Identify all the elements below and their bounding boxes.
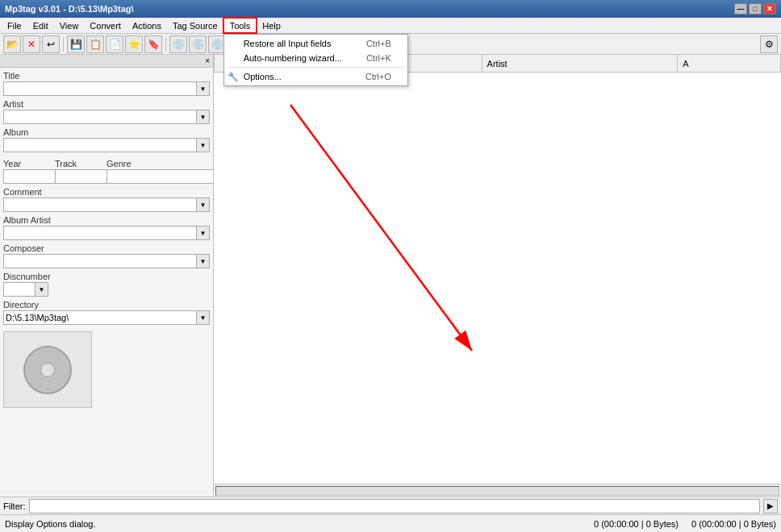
menubar: File Edit View Convert Actions Tag Sourc… (0, 18, 781, 34)
composer-input[interactable] (3, 254, 197, 268)
album-field-row: ▼ (3, 138, 210, 152)
track-group: Track ▼ (55, 156, 103, 184)
tb-btn5[interactable]: ⭐ (125, 35, 143, 53)
col-artist-label: Artist (487, 59, 507, 69)
tb-btn6[interactable]: 🔖 (144, 35, 162, 53)
tb-save[interactable]: ✕ (23, 35, 40, 53)
menu-tools[interactable]: Tools Restore all Input fields Ctrl+B Au… (223, 18, 257, 33)
albumartist-label: Album Artist (3, 215, 210, 225)
discnumber-field-row: ▼ (3, 282, 210, 297)
right-panel: Tag Title Artist A (214, 55, 781, 497)
genre-label: Genre (106, 159, 214, 168)
filterbar: Filter: ▶ (0, 497, 781, 514)
autonumber-shortcut: Ctrl+K (366, 53, 391, 63)
tb-btn7[interactable]: 💿 (169, 35, 187, 53)
panel-close-icon[interactable]: × (205, 56, 210, 65)
options-label: Options... (244, 72, 282, 81)
menu-actions[interactable]: Actions (127, 18, 167, 33)
comment-input[interactable] (3, 197, 197, 212)
tb-settings[interactable]: ⚙ (760, 35, 778, 53)
year-label: Year (3, 159, 52, 168)
artist-input[interactable] (3, 110, 197, 124)
directory-dropdown[interactable]: ▼ (197, 310, 210, 325)
albumartist-dropdown[interactable]: ▼ (197, 226, 210, 240)
album-input[interactable] (3, 138, 197, 152)
title-field-row: ▼ (3, 81, 210, 96)
titlebar-title: Mp3tag v3.01 - D:\5.13\Mp3tag\ (5, 4, 134, 14)
menu-tagsource[interactable]: Tag Source (167, 18, 223, 33)
filter-input[interactable] (29, 499, 761, 513)
albumartist-field-row: ▼ (3, 226, 210, 240)
artist-dropdown[interactable]: ▼ (197, 110, 210, 124)
title-input[interactable] (3, 81, 197, 96)
menu-separator (228, 67, 404, 68)
left-panel: × Title ▼ Artist ▼ Album ▼ (0, 55, 214, 497)
genre-group: Genre ▼ (106, 156, 214, 184)
status-right: 0 (00:00:00 | 0 Bytes) 0 (00:00:00 | 0 B… (594, 519, 776, 529)
directory-row: ▼ (3, 310, 210, 325)
menu-help[interactable]: Help (257, 18, 286, 33)
titlebar: Mp3tag v3.01 - D:\5.13\Mp3tag\ — □ ✕ (0, 0, 781, 18)
status-stat1: 0 (00:00:00 | 0 Bytes) (594, 519, 679, 529)
year-input-row: ▼ (3, 169, 52, 184)
tb-btn8[interactable]: 💿 (189, 35, 207, 53)
tools-autonumber[interactable]: Auto-numbering wizard... Ctrl+K (224, 51, 407, 65)
options-icon: 🔧 (228, 72, 239, 82)
directory-input[interactable] (3, 310, 197, 325)
directory-label: Directory (3, 300, 210, 310)
tb-btn2[interactable]: 💾 (67, 35, 85, 53)
album-label: Album (3, 127, 210, 137)
tools-dropdown: Restore all Input fields Ctrl+B Auto-num… (223, 34, 408, 86)
col-album-label: A (683, 59, 688, 69)
restore-inputs-shortcut: Ctrl+B (366, 39, 391, 48)
restore-button[interactable]: □ (749, 3, 762, 15)
tools-options[interactable]: 🔧 Options... Ctrl+O (224, 69, 407, 84)
col-album[interactable]: A (678, 55, 781, 72)
tools-restore-inputs[interactable]: Restore all Input fields Ctrl+B (224, 36, 407, 51)
status-stat2: 0 (00:00:00 | 0 Bytes) (691, 519, 776, 529)
album-art (3, 331, 92, 408)
artist-field-row: ▼ (3, 110, 210, 124)
discnumber-label: Discnumber (3, 272, 210, 281)
left-panel-header: × (0, 55, 213, 68)
discnumber-input[interactable] (3, 282, 36, 297)
menu-view[interactable]: View (54, 18, 85, 33)
close-button[interactable]: ✕ (763, 3, 776, 15)
genre-input[interactable] (106, 169, 214, 184)
album-dropdown[interactable]: ▼ (197, 138, 210, 152)
tb-sep2 (165, 37, 166, 52)
tb-sep1 (63, 37, 64, 52)
ytr-row: Year ▼ Track ▼ Genre (3, 156, 210, 184)
comment-dropdown[interactable]: ▼ (197, 197, 210, 212)
tb-btn3[interactable]: 📋 (86, 35, 104, 53)
comment-field-row: ▼ (3, 197, 210, 212)
title-dropdown[interactable]: ▼ (197, 81, 210, 96)
filter-button[interactable]: ▶ (763, 499, 778, 513)
menu-file[interactable]: File (2, 18, 27, 33)
minimize-button[interactable]: — (734, 3, 747, 15)
discnumber-dropdown[interactable]: ▼ (36, 282, 48, 297)
tb-undo[interactable]: ↩ (42, 35, 60, 53)
options-shortcut: Ctrl+O (365, 72, 391, 81)
col-artist[interactable]: Artist (482, 55, 679, 72)
menu-edit[interactable]: Edit (27, 18, 54, 33)
composer-label: Composer (3, 243, 210, 253)
hscroll-track[interactable] (215, 486, 779, 496)
horizontal-scrollbar[interactable] (214, 484, 781, 497)
genre-input-row: ▼ (106, 169, 214, 184)
file-list[interactable] (214, 73, 781, 484)
autonumber-label: Auto-numbering wizard... (244, 53, 342, 63)
statusbar: Display Options dialog. 0 (00:00:00 | 0 … (0, 514, 781, 532)
comment-label: Comment (3, 187, 210, 197)
restore-inputs-label: Restore all Input fields (244, 39, 332, 48)
disc-icon (23, 346, 72, 394)
status-message: Display Options dialog. (5, 519, 594, 529)
composer-dropdown[interactable]: ▼ (197, 254, 210, 268)
titlebar-controls: — □ ✕ (734, 3, 776, 15)
track-label: Track (55, 159, 103, 168)
tb-open[interactable]: 📂 (3, 35, 21, 53)
menu-convert[interactable]: Convert (84, 18, 127, 33)
albumartist-input[interactable] (3, 226, 197, 240)
tb-btn4[interactable]: 📄 (106, 35, 123, 53)
title-label: Title (3, 71, 210, 81)
